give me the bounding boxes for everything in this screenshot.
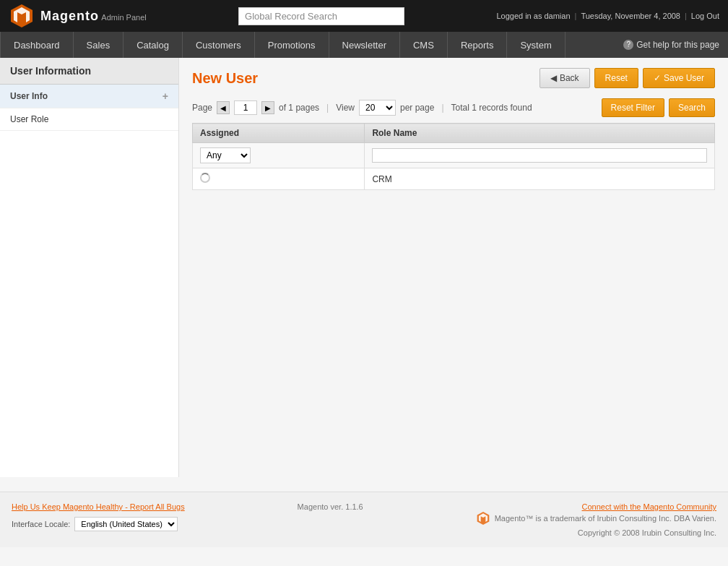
- help-circle-icon: ?: [623, 40, 633, 50]
- nav-help[interactable]: ? Get help for this page: [615, 32, 728, 58]
- save-user-button[interactable]: ✓ Save User: [643, 68, 715, 88]
- filter-row: Any Yes No: [193, 143, 715, 168]
- view-label: View: [336, 103, 355, 113]
- sidebar-item-user-role[interactable]: User Role: [0, 108, 178, 131]
- main-navigation: Dashboard Sales Catalog Customers Promot…: [0, 32, 728, 58]
- logo-text-group: Magento Admin Panel: [40, 9, 147, 24]
- logo-area: Magento Admin Panel: [9, 3, 147, 29]
- footer: Help Us Keep Magento Healthy - Report Al…: [0, 492, 728, 547]
- next-page-button[interactable]: ▶: [261, 101, 274, 114]
- back-button[interactable]: ◀ Back: [540, 68, 590, 88]
- of-pages-label: of 1 pages: [279, 103, 319, 113]
- role-name-filter-cell: [365, 143, 715, 168]
- back-label: Back: [560, 73, 579, 83]
- save-check-icon: ✓: [654, 73, 661, 83]
- assigned-filter-cell: Any Yes No: [193, 143, 365, 168]
- nav-sales[interactable]: Sales: [74, 32, 124, 58]
- magento-logo-icon: [9, 3, 35, 29]
- footer-right: Connect with the Magento Community Magen…: [476, 502, 716, 537]
- logo-subtitle: Admin Panel: [101, 13, 146, 22]
- community-link[interactable]: Connect with the Magento Community: [582, 502, 716, 511]
- filter-actions: Reset Filter Search: [602, 98, 715, 117]
- page-number-input[interactable]: [234, 100, 257, 115]
- reset-filter-button[interactable]: Reset Filter: [602, 98, 664, 117]
- pipe3: |: [326, 103, 329, 113]
- date-label: Tuesday, November 4, 2008: [581, 12, 680, 20]
- nav-cms[interactable]: CMS: [400, 32, 448, 58]
- sidebar-title: User Information: [0, 58, 178, 85]
- footer-logo: Magento™ is a trademark of Irubin Consul…: [476, 511, 716, 526]
- logout-link[interactable]: Log Out: [691, 12, 719, 20]
- nav-dashboard[interactable]: Dashboard: [0, 32, 74, 58]
- roles-table: Assigned Role Name Any Yes No: [192, 123, 715, 190]
- copyright-text: Copyright © 2008 Irubin Consulting Inc.: [476, 528, 716, 537]
- role-name-cell: CRM: [365, 168, 715, 190]
- reset-button[interactable]: Reset: [594, 68, 638, 88]
- nav-reports[interactable]: Reports: [448, 32, 508, 58]
- nav-customers[interactable]: Customers: [183, 32, 255, 58]
- header: Magento Admin Panel Logged in as damian …: [0, 0, 728, 32]
- add-icon: +: [162, 90, 168, 102]
- main-content: New User ◀ Back Reset ✓ Save User Page ◀…: [179, 58, 728, 477]
- sidebar: User Information User Info + User Role: [0, 58, 179, 477]
- pipe-divider2: |: [685, 12, 687, 20]
- nav-system[interactable]: System: [507, 32, 565, 58]
- table-row: CRM: [193, 168, 715, 190]
- total-records-label: Total 1 records found: [451, 103, 532, 113]
- page-title: New User: [192, 70, 258, 87]
- page-header: New User ◀ Back Reset ✓ Save User: [192, 68, 715, 88]
- save-label: Save User: [664, 73, 704, 83]
- footer-version: Magento ver. 1.1.6: [298, 502, 363, 511]
- sidebar-item-user-role-label: User Role: [10, 114, 48, 124]
- page-label: Page: [192, 103, 212, 113]
- pagination-row: Page ◀ ▶ of 1 pages | View 20 30 50 100 …: [192, 98, 715, 117]
- assigned-filter-select[interactable]: Any Yes No: [200, 147, 251, 163]
- col-header-assigned: Assigned: [193, 124, 365, 143]
- global-search-input[interactable]: [238, 7, 404, 25]
- locale-label: Interface Locale:: [12, 520, 70, 528]
- assigned-cell: [193, 168, 365, 190]
- trademark-text: Magento™ is a trademark of Irubin Consul…: [495, 514, 716, 523]
- logged-in-label: Logged in as damian: [496, 12, 570, 20]
- per-page-label: per page: [400, 103, 434, 113]
- header-search-area: [238, 7, 404, 25]
- footer-left: Help Us Keep Magento Healthy - Report Al…: [12, 502, 185, 531]
- pipe-divider: |: [575, 12, 577, 20]
- locale-row: Interface Locale: English (United States…: [12, 517, 185, 531]
- prev-page-button[interactable]: ◀: [217, 101, 230, 114]
- page-actions: ◀ Back Reset ✓ Save User: [540, 68, 715, 88]
- report-bugs-link[interactable]: Help Us Keep Magento Healthy - Report Al…: [12, 502, 185, 511]
- loading-spinner: [200, 173, 210, 183]
- footer-main: Help Us Keep Magento Healthy - Report Al…: [0, 492, 728, 547]
- back-arrow-icon: ◀: [550, 73, 557, 83]
- logo-brand: Magento: [40, 9, 99, 23]
- per-page-select[interactable]: 20 30 50 100 200: [359, 100, 396, 116]
- sidebar-item-user-info[interactable]: User Info +: [0, 85, 178, 108]
- sidebar-item-user-info-label: User Info: [10, 91, 48, 101]
- content-wrapper: User Information User Info + User Role N…: [0, 58, 728, 477]
- help-label: Get help for this page: [636, 40, 719, 50]
- search-button[interactable]: Search: [669, 98, 715, 117]
- locale-select[interactable]: English (United States): [74, 517, 178, 531]
- pipe4: |: [441, 103, 443, 113]
- col-header-role-name: Role Name: [365, 124, 715, 143]
- header-user-info: Logged in as damian | Tuesday, November …: [496, 12, 719, 20]
- nav-promotions[interactable]: Promotions: [255, 32, 329, 58]
- pagination-left: Page ◀ ▶ of 1 pages | View 20 30 50 100 …: [192, 100, 532, 116]
- nav-catalog[interactable]: Catalog: [124, 32, 183, 58]
- nav-newsletter[interactable]: Newsletter: [329, 32, 400, 58]
- footer-magento-icon: [476, 511, 490, 526]
- role-name-filter-input[interactable]: [372, 148, 707, 163]
